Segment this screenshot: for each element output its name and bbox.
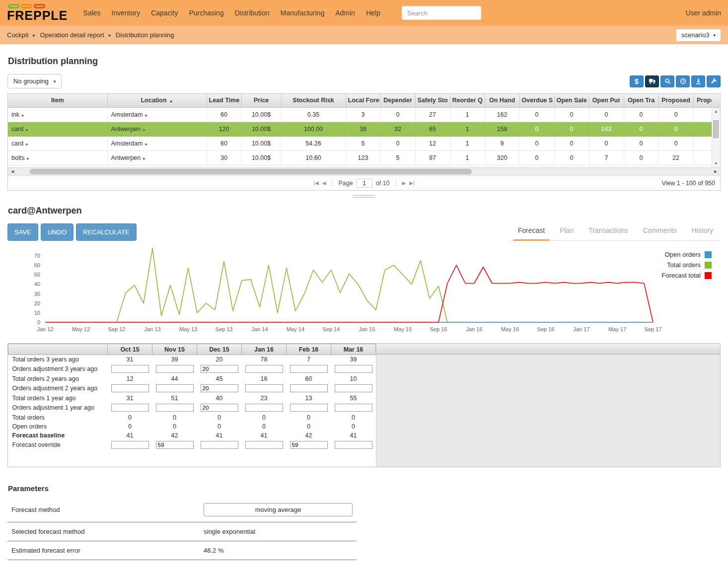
column-header-open-pur[interactable]: Open Pur [589, 94, 624, 107]
drilldown-caret-icon[interactable]: ▸ [26, 127, 28, 132]
drilldown-caret-icon[interactable]: ▸ [143, 127, 146, 132]
scroll-up-icon[interactable]: ▲ [714, 108, 718, 115]
scroll-left-icon[interactable]: ◀ [8, 169, 17, 174]
forecast-input[interactable] [290, 384, 328, 392]
wrench-icon[interactable] [707, 75, 721, 87]
column-header-on-hand[interactable]: On Hand [485, 94, 519, 107]
forecast-input[interactable] [201, 441, 238, 449]
column-header-local-fore[interactable]: Local Fore [346, 94, 380, 107]
drilldown-caret-icon[interactable]: ▸ [145, 113, 147, 118]
pager-first-icon[interactable]: |◀ [313, 180, 318, 186]
recalculate-button[interactable]: RECALCULATE [76, 223, 137, 241]
forecast-input[interactable] [245, 384, 283, 392]
vertical-scrollbar[interactable]: ▲ ▼ [712, 108, 720, 167]
location-cell[interactable]: Antwerpen▸ [107, 122, 207, 136]
pager-prev-icon[interactable]: ◀ [322, 180, 326, 186]
column-header-open-tra[interactable]: Open Tra [624, 94, 658, 107]
currency-icon[interactable]: $ [630, 75, 644, 87]
nav-item-capacity[interactable]: Capacity [151, 9, 178, 17]
item-cell[interactable]: bolts▸ [8, 150, 107, 165]
location-cell[interactable]: Amsterdam▸ [107, 107, 207, 122]
forecast-input[interactable] [156, 384, 194, 392]
table-row[interactable]: card▸Amsterdam▸6010.00$54.2650121900000 [8, 136, 712, 150]
forecast-input[interactable] [111, 384, 149, 392]
undo-button[interactable]: UNDO [41, 223, 73, 241]
item-cell[interactable]: card▸ [8, 136, 107, 150]
column-header-open-sale[interactable]: Open Sale [554, 94, 589, 107]
grouping-dropdown[interactable]: No grouping ▾ [7, 74, 62, 88]
nav-item-inventory[interactable]: Inventory [111, 9, 140, 17]
breadcrumb-item[interactable]: Distribution planning [116, 31, 174, 39]
column-header-price[interactable]: Price [241, 94, 281, 107]
horizontal-scroll-thumb[interactable] [30, 169, 472, 174]
tab-history[interactable]: History [684, 222, 721, 240]
nav-item-help[interactable]: Help [366, 9, 380, 17]
forecast-method-button[interactable]: moving average [204, 503, 353, 516]
pager-last-icon[interactable]: ▶| [409, 180, 414, 186]
nav-item-admin[interactable]: Admin [335, 9, 355, 17]
forecast-input[interactable] [335, 384, 372, 392]
download-icon[interactable] [691, 75, 705, 87]
forecast-input[interactable] [290, 404, 328, 412]
nav-item-distribution[interactable]: Distribution [234, 9, 269, 17]
forecast-input[interactable] [156, 441, 194, 449]
vertical-scroll-track[interactable] [712, 115, 720, 160]
drilldown-caret-icon[interactable]: ▸ [27, 156, 29, 161]
scroll-right-icon[interactable]: ▶ [711, 169, 720, 174]
table-row[interactable]: card▸Antwerpen▸12010.00$100.003832651158… [8, 122, 712, 136]
column-header-overdue-s[interactable]: Overdue S [519, 94, 554, 107]
column-header-stockout-risk[interactable]: Stockout Risk [281, 94, 346, 107]
breadcrumb-item[interactable]: Cockpit [7, 31, 28, 39]
tab-transactions[interactable]: Transactions [581, 222, 636, 240]
nav-item-sales[interactable]: Sales [83, 9, 100, 17]
nav-item-purchasing[interactable]: Purchasing [189, 9, 223, 17]
drilldown-caret-icon[interactable]: ▸ [143, 156, 146, 161]
drilldown-caret-icon[interactable]: ▸ [26, 142, 28, 146]
forecast-input[interactable] [201, 384, 238, 392]
table-row[interactable]: bolts▸Antwerpen▸3010.00$10.6012359713200… [8, 150, 712, 165]
forecast-input[interactable] [201, 404, 238, 412]
forecast-input[interactable] [201, 365, 238, 373]
page-number-input[interactable] [357, 179, 372, 188]
nav-item-manufacturing[interactable]: Manufacturing [280, 9, 324, 17]
column-header-location[interactable]: Location▲ [107, 94, 207, 107]
forecast-input[interactable] [335, 404, 372, 412]
horizontal-scroll-track[interactable] [17, 168, 711, 175]
column-header-proposed[interactable]: Proposed [658, 94, 693, 107]
tab-comments[interactable]: Comments [636, 222, 684, 240]
forecast-input[interactable] [111, 441, 149, 449]
location-cell[interactable]: Amsterdam▸ [107, 136, 207, 150]
item-cell[interactable]: card▸ [8, 122, 107, 136]
forecast-input[interactable] [335, 365, 372, 373]
forecast-input[interactable] [290, 365, 328, 373]
forecast-input[interactable] [335, 441, 372, 449]
forecast-input[interactable] [111, 404, 149, 412]
truck-icon[interactable] [645, 75, 659, 87]
forecast-input[interactable] [290, 441, 328, 449]
column-header-safety-sto[interactable]: Safety Sto [415, 94, 450, 107]
column-header-reorder-q[interactable]: Reorder Q [450, 94, 485, 107]
splitter-handle[interactable] [353, 195, 375, 198]
tab-plan[interactable]: Plan [552, 222, 581, 240]
save-button[interactable]: SAVE [7, 223, 38, 241]
horizontal-scrollbar[interactable]: ◀ ▶ [8, 167, 720, 175]
vertical-scroll-thumb[interactable] [713, 120, 719, 138]
forecast-input[interactable] [245, 441, 283, 449]
forecast-input[interactable] [156, 404, 194, 412]
forecast-input[interactable] [245, 404, 283, 412]
item-cell[interactable]: ink▸ [8, 107, 107, 122]
table-row[interactable]: ink▸Amsterdam▸6010.00$0.353027116200000 [8, 107, 712, 122]
search-input[interactable] [402, 6, 481, 20]
forecast-input[interactable] [111, 365, 149, 373]
tab-forecast[interactable]: Forecast [510, 222, 552, 240]
drilldown-caret-icon[interactable]: ▸ [22, 113, 24, 118]
column-header-lead-time[interactable]: Lead Time [207, 94, 241, 107]
column-header-depender[interactable]: Depender [380, 94, 415, 107]
search-icon[interactable] [660, 75, 674, 87]
user-menu[interactable]: User admin [685, 9, 721, 17]
forecast-input[interactable] [156, 365, 194, 373]
breadcrumb-item[interactable]: Operation detail report [40, 31, 104, 39]
pager-next-icon[interactable]: ▶ [402, 180, 406, 186]
column-header-propose[interactable]: Propose [693, 94, 712, 107]
drilldown-caret-icon[interactable]: ▸ [145, 142, 147, 146]
